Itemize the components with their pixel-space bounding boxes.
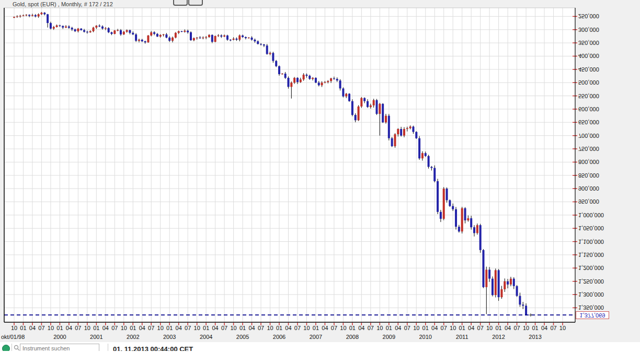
candle[interactable] xyxy=(321,83,323,85)
candle[interactable] xyxy=(430,167,432,168)
candle[interactable] xyxy=(31,15,33,16)
candle[interactable] xyxy=(482,250,484,287)
candle[interactable] xyxy=(208,35,210,37)
candle[interactable] xyxy=(498,270,500,297)
candle[interactable] xyxy=(437,181,439,212)
candle[interactable] xyxy=(22,15,24,16)
instrument-search-input[interactable] xyxy=(20,344,99,351)
candle[interactable] xyxy=(485,269,487,287)
candle[interactable] xyxy=(303,75,305,79)
candle[interactable] xyxy=(510,279,512,285)
candle[interactable] xyxy=(184,31,186,32)
candle[interactable] xyxy=(260,44,262,44)
candle[interactable] xyxy=(98,26,100,27)
candle[interactable] xyxy=(287,78,289,87)
candle[interactable] xyxy=(516,286,518,296)
candle[interactable] xyxy=(50,23,52,29)
candle[interactable] xyxy=(449,200,451,206)
candle[interactable] xyxy=(464,208,466,220)
candle[interactable] xyxy=(53,27,55,29)
candle[interactable] xyxy=(358,107,360,120)
candle[interactable] xyxy=(117,30,119,31)
candle[interactable] xyxy=(187,31,189,32)
candle[interactable] xyxy=(245,37,247,38)
candle[interactable] xyxy=(330,78,332,81)
candle[interactable] xyxy=(71,28,73,29)
candle[interactable] xyxy=(77,29,79,31)
candle[interactable] xyxy=(86,32,88,32)
candle[interactable] xyxy=(40,13,42,14)
candle[interactable] xyxy=(400,129,402,136)
candle[interactable] xyxy=(254,40,256,41)
candle[interactable] xyxy=(110,32,112,34)
candle[interactable] xyxy=(62,26,64,28)
candle[interactable] xyxy=(525,306,527,315)
candle[interactable] xyxy=(108,28,110,32)
candle[interactable] xyxy=(425,153,427,156)
candle[interactable] xyxy=(446,189,448,200)
candle[interactable] xyxy=(324,82,326,83)
candle[interactable] xyxy=(101,27,104,29)
candle[interactable] xyxy=(312,78,314,79)
candle[interactable] xyxy=(56,26,58,27)
plot-area[interactable] xyxy=(0,0,640,344)
candle[interactable] xyxy=(175,33,177,38)
candle[interactable] xyxy=(251,38,253,40)
candle[interactable] xyxy=(507,281,509,285)
candle[interactable] xyxy=(83,30,85,32)
candle[interactable] xyxy=(202,38,204,38)
candle[interactable] xyxy=(199,38,201,38)
candle[interactable] xyxy=(363,98,365,101)
candle[interactable] xyxy=(138,40,140,41)
candle[interactable] xyxy=(65,27,67,28)
candle[interactable] xyxy=(318,83,320,85)
candle[interactable] xyxy=(345,94,347,97)
candle[interactable] xyxy=(214,36,216,42)
candle[interactable] xyxy=(488,269,490,278)
candle[interactable] xyxy=(275,61,277,66)
candle[interactable] xyxy=(59,26,61,26)
candle[interactable] xyxy=(339,80,341,88)
candle[interactable] xyxy=(47,14,49,23)
candle[interactable] xyxy=(272,53,274,61)
candle[interactable] xyxy=(433,168,436,181)
candle[interactable] xyxy=(144,41,146,42)
candle[interactable] xyxy=(522,304,524,306)
candle[interactable] xyxy=(38,14,40,16)
candle[interactable] xyxy=(235,39,237,40)
candle[interactable] xyxy=(120,30,122,34)
candle[interactable] xyxy=(95,26,97,28)
candle[interactable] xyxy=(495,270,497,295)
candle[interactable] xyxy=(504,281,506,289)
candle[interactable] xyxy=(351,101,353,115)
candle[interactable] xyxy=(89,31,92,32)
candle[interactable] xyxy=(147,36,149,42)
candle[interactable] xyxy=(492,279,494,295)
candle[interactable] xyxy=(233,39,235,40)
candle[interactable] xyxy=(230,40,232,40)
candle[interactable] xyxy=(25,15,27,15)
candle[interactable] xyxy=(382,104,384,123)
candle[interactable] xyxy=(238,36,241,40)
candle[interactable] xyxy=(74,29,76,31)
candle[interactable] xyxy=(296,78,299,82)
candle[interactable] xyxy=(388,116,390,138)
candle[interactable] xyxy=(220,36,222,37)
candle[interactable] xyxy=(150,32,152,36)
candle[interactable] xyxy=(248,38,250,38)
candle[interactable] xyxy=(153,32,155,34)
candle[interactable] xyxy=(500,289,502,297)
candle[interactable] xyxy=(300,79,302,82)
candle[interactable] xyxy=(333,78,335,79)
candle[interactable] xyxy=(355,115,357,120)
candle[interactable] xyxy=(105,28,107,29)
candle[interactable] xyxy=(269,53,271,54)
candle[interactable] xyxy=(409,126,412,128)
candle[interactable] xyxy=(284,74,287,78)
candle[interactable] xyxy=(293,78,295,83)
candle[interactable] xyxy=(165,34,167,38)
candle[interactable] xyxy=(519,296,521,305)
candle[interactable] xyxy=(217,36,219,36)
candle[interactable] xyxy=(181,31,183,32)
candle[interactable] xyxy=(190,32,192,40)
